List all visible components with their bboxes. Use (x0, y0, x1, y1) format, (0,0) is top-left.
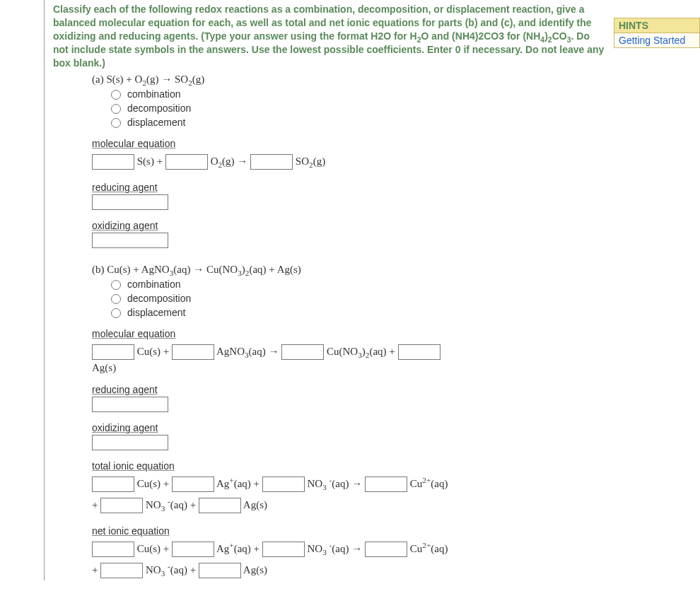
part-b-net-ionic-label: net ionic equation (92, 525, 605, 537)
part-a-radio-combination-row: combination (107, 88, 605, 100)
part-b-equation: (b) Cu(s) + AgNO3(aq) → Cu(NO3)2(aq) + A… (92, 264, 605, 276)
part-b-molecular-eq-label: molecular equation (92, 328, 605, 339)
part-b-oxidizing-agent-label: oxidizing agent (92, 422, 605, 433)
hints-panel: HINTS Getting Started (614, 18, 700, 48)
part-b-ti-coef-ag[interactable] (199, 498, 241, 513)
part-a-reducing-agent-input[interactable] (92, 194, 168, 210)
part-b-ni-coef-no3-l[interactable] (262, 542, 305, 557)
part-b-radio-decomposition-row: decomposition (107, 292, 605, 304)
part-b-total-ionic-label: total ionic equation (92, 460, 605, 472)
radio-label-combination: combination (127, 88, 181, 100)
part-b-ti-coef-cu-ion[interactable] (365, 477, 407, 492)
part-b-total-ionic-line1: Cu(s) + Ag+(aq) + NO3 -(aq) → Cu2+(aq) (92, 473, 605, 494)
part-b-net-ionic-line1: Cu(s) + Ag+(aq) + NO3 -(aq) → Cu2+(aq) (92, 538, 605, 559)
instructions-text: Classify each of the following redox rea… (53, 3, 605, 69)
part-b-ti-coef-no3-r[interactable] (100, 498, 143, 513)
part-b-mol-coef-cuno3[interactable] (281, 344, 324, 360)
part-b-total-ionic-line2: + NO3 -(aq) + Ag(s) (92, 494, 605, 515)
part-a-radio-decomposition-row: decomposition (107, 102, 605, 114)
part-b-radio-displacement-row: displacement (107, 306, 605, 318)
part-b-ni-coef-cu[interactable] (92, 542, 134, 557)
part-b-net-ionic-line2: + NO3 -(aq) + Ag(s) (92, 559, 605, 580)
part-b-ni-coef-cu-ion[interactable] (365, 542, 407, 557)
part-a-radio-displacement-row: displacement (107, 116, 605, 128)
part-b-ni-coef-no3-r[interactable] (100, 563, 143, 578)
part-a-radio-decomposition[interactable] (111, 104, 121, 114)
part-b-mol-coef-cu[interactable] (92, 344, 134, 360)
part-b-oxidizing-agent-input[interactable] (92, 435, 168, 450)
question-content: Classify each of the following redox rea… (44, 0, 605, 580)
part-b-ni-coef-ag-ion[interactable] (172, 542, 214, 557)
part-b-reducing-agent-label: reducing agent (92, 384, 605, 395)
part-a: (a) S(s) + O2(g) → SO2(g) combination de… (92, 74, 605, 248)
part-b-molecular-eq: Cu(s) + AgNO3(aq) → Cu(NO3)2(aq) + (92, 341, 605, 362)
part-b-mol-coef-agno3[interactable] (172, 344, 214, 360)
part-a-coef-so2[interactable] (250, 154, 293, 170)
radio-label-combination: combination (127, 279, 181, 290)
radio-label-decomposition: decomposition (127, 293, 191, 304)
radio-label-displacement: displacement (127, 117, 186, 128)
radio-label-decomposition: decomposition (127, 103, 191, 114)
part-b-ti-coef-ag-ion[interactable] (172, 477, 214, 492)
part-a-radio-displacement[interactable] (111, 118, 121, 128)
radio-label-displacement: displacement (127, 307, 186, 318)
part-b-ti-coef-no3-l[interactable] (262, 477, 305, 492)
part-a-radio-combination[interactable] (111, 90, 121, 100)
part-b-mol-coef-ag[interactable] (398, 344, 441, 360)
part-a-coef-o2[interactable] (165, 154, 208, 170)
part-b-radio-combination-row: combination (107, 278, 605, 290)
part-b-radio-decomposition[interactable] (111, 294, 121, 304)
part-a-oxidizing-agent-label: oxidizing agent (92, 220, 605, 231)
part-b-radio-combination[interactable] (111, 280, 121, 290)
part-a-oxidizing-agent-input[interactable] (92, 233, 168, 248)
part-a-molecular-eq-label: molecular equation (92, 138, 605, 149)
hints-getting-started-link[interactable]: Getting Started (614, 33, 700, 48)
part-b-ti-coef-cu[interactable] (92, 477, 134, 492)
part-a-molecular-eq: S(s) + O2(g) → SO2(g) (92, 151, 605, 172)
part-b-mol-ag-tail: Ag(s) (92, 362, 605, 374)
part-a-coef-s[interactable] (92, 154, 134, 170)
part-b-ni-coef-ag[interactable] (199, 563, 241, 578)
part-b: (b) Cu(s) + AgNO3(aq) → Cu(NO3)2(aq) + A… (92, 264, 605, 580)
part-a-reducing-agent-label: reducing agent (92, 182, 605, 193)
part-b-radio-displacement[interactable] (111, 308, 121, 318)
hints-title: HINTS (614, 18, 700, 33)
part-a-equation: (a) S(s) + O2(g) → SO2(g) (92, 74, 605, 86)
part-b-reducing-agent-input[interactable] (92, 397, 168, 412)
